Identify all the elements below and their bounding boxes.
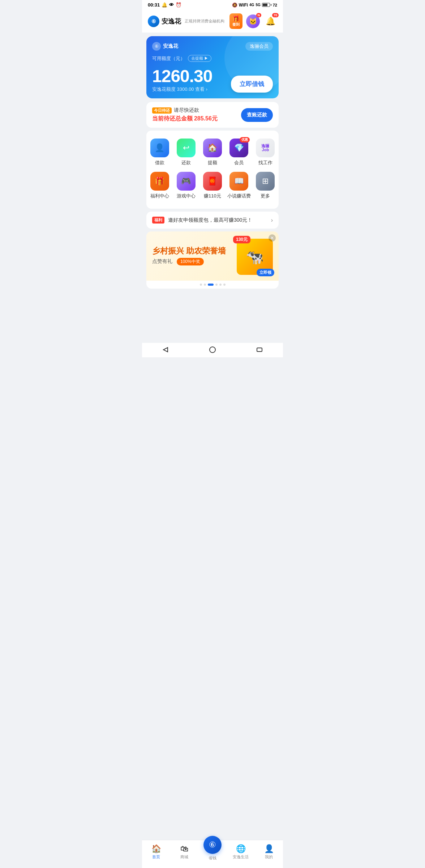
- more-icon: ⊞: [256, 172, 275, 191]
- novel-label: 小说赚话费: [227, 193, 251, 199]
- ad-dots: [146, 281, 279, 289]
- card-logo-text: 安逸花: [163, 43, 178, 50]
- sys-home-button[interactable]: [209, 346, 216, 354]
- notification-badge: 70: [272, 13, 279, 17]
- system-nav-bar: [142, 343, 283, 357]
- mute-icon: 🔕: [232, 3, 237, 8]
- menu-item-member[interactable]: 💎 优惠 会员: [226, 136, 252, 168]
- member-icon: 💎 优惠: [229, 139, 248, 157]
- welfare-label: 福利中心: [150, 193, 169, 199]
- status-indicators: 🔕 WiFi 4G 5G 72: [232, 3, 277, 8]
- dot-4: [215, 284, 218, 286]
- due-amount: 当前待还总金额 285.56元: [152, 115, 218, 123]
- app-logo-icon: ⑥: [148, 16, 159, 27]
- credit-detail[interactable]: 安逸花额度 3300.00 查看 ›: [152, 86, 212, 93]
- due-title: 今日待还 请尽快还款: [152, 107, 218, 114]
- member-tab[interactable]: 逸骊会员: [245, 42, 273, 51]
- signal-5g-icon: 5G: [256, 3, 260, 7]
- borrow-label: 借款: [155, 159, 164, 166]
- ad-collect-button[interactable]: 立即领: [257, 269, 274, 276]
- game-icon: 🎮: [177, 172, 196, 191]
- welfare-icon: 🎁: [150, 172, 169, 191]
- svg-point-1: [210, 347, 215, 353]
- credit-amount: 1260.30: [152, 66, 212, 86]
- sys-back-button[interactable]: [162, 346, 169, 354]
- grid-menu: 👤 借款 ↩ 还款 🏠 提额 💎 优惠: [146, 131, 279, 209]
- increase-icon: 🏠: [203, 139, 222, 157]
- earn-icon: 🧧: [203, 172, 222, 191]
- invite-tag: 福利: [152, 217, 164, 224]
- credit-label: 可用额度（元） 去提额 ▶: [152, 55, 273, 62]
- increase-credit-button[interactable]: 去提额 ▶: [188, 55, 211, 62]
- invite-banner[interactable]: 福利 邀好友申领额度包，最高可赚300元！ ›: [146, 212, 279, 229]
- ad-banner: 乡村振兴 助农荣誉墙 点赞有礼 100%中奖 🐄 130元 立即领 ✕: [146, 231, 279, 289]
- menu-item-welfare[interactable]: 🎁 福利中心: [146, 170, 173, 201]
- credit-card: ⑥ 安逸花 逸骊会员 可用额度（元） 去提额 ▶ 1260.30 安逸花额度 3…: [146, 36, 279, 98]
- cat-icon: 🐱: [249, 17, 257, 25]
- menu-item-repay[interactable]: ↩ 还款: [173, 136, 199, 168]
- repay-icon: ↩: [177, 139, 196, 157]
- ad-content: 乡村振兴 助农荣誉墙 点赞有礼 100%中奖 🐄 130元 立即领 ✕: [146, 231, 279, 281]
- eye-status-icon: 👁: [169, 2, 174, 8]
- dot-6: [223, 284, 226, 286]
- member-label: 会员: [234, 159, 244, 166]
- svg-rect-2: [257, 348, 262, 352]
- job-icon: 逸骊Job: [256, 139, 275, 157]
- check-repayment-button[interactable]: 查账还款: [241, 108, 273, 122]
- status-bar: 00:31 🔔 👁 ⏰ 🔕 WiFi 4G 5G 72: [142, 0, 283, 10]
- battery: 72: [262, 3, 277, 7]
- menu-item-more[interactable]: ⊞ 更多: [252, 170, 279, 201]
- ad-subtitle: 点赞有礼 100%中奖: [152, 258, 226, 265]
- sys-recents-button[interactable]: [256, 346, 263, 354]
- ad-text: 乡村振兴 助农荣誉墙 点赞有礼 100%中奖: [152, 246, 226, 268]
- svg-marker-0: [163, 348, 168, 352]
- game-label: 游戏中心: [177, 193, 196, 199]
- novel-icon: 📖: [229, 172, 248, 191]
- menu-item-borrow[interactable]: 👤 借款: [146, 136, 173, 168]
- ad-close-button[interactable]: ✕: [269, 234, 276, 242]
- card-bottom: 1260.30 安逸花额度 3300.00 查看 › 立即借钱: [152, 65, 273, 93]
- cat-mascot-button[interactable]: 🐱 N: [246, 14, 260, 28]
- menu-item-job[interactable]: 逸骊Job 找工作: [252, 136, 279, 168]
- signal-4g-icon: 4G: [249, 3, 254, 7]
- dot-5: [219, 284, 222, 286]
- earn-label: 赚110元: [204, 193, 221, 199]
- sign-in-button[interactable]: 🎁 签到: [229, 13, 242, 29]
- ad-title: 乡村振兴 助农荣誉墙: [152, 246, 226, 256]
- dot-1: [200, 284, 202, 286]
- due-subtitle: 请尽快还款: [174, 107, 199, 114]
- menu-item-novel[interactable]: 📖 小说赚话费: [226, 170, 252, 201]
- ad-image: 🐄 130元 立即领: [237, 239, 273, 275]
- menu-item-game[interactable]: 🎮 游戏中心: [173, 170, 199, 201]
- menu-item-increase[interactable]: 🏠 提额: [199, 136, 226, 168]
- header-logo: ⑥ 安逸花 正规持牌消费金融机构: [148, 16, 224, 27]
- wifi-icon: WiFi: [239, 3, 248, 8]
- member-badge: 优惠: [240, 137, 250, 142]
- menu-item-earn[interactable]: 🧧 赚110元: [199, 170, 226, 201]
- ad-badge: 100%中奖: [177, 258, 204, 265]
- notification-button[interactable]: 🔔 70: [263, 14, 277, 28]
- content-area: ⑥ 安逸花 逸骊会员 可用额度（元） 去提额 ▶ 1260.30 安逸花额度 3…: [142, 36, 283, 318]
- due-info: 今日待还 请尽快还款 当前待还总金额 285.56元: [152, 107, 218, 123]
- invite-arrow-icon: ›: [271, 217, 273, 224]
- header-actions: 🎁 签到 🐱 N 🔔 70: [229, 13, 277, 29]
- grid-row-1: 👤 借款 ↩ 还款 🏠 提额 💎 优惠: [146, 136, 279, 168]
- due-card: 今日待还 请尽快还款 当前待还总金额 285.56元 查账还款: [146, 102, 279, 128]
- cat-badge: N: [256, 13, 262, 17]
- due-tag: 今日待还: [152, 107, 172, 114]
- more-label: 更多: [261, 193, 270, 199]
- job-label: 找工作: [258, 159, 272, 166]
- invite-text: 邀好友申领额度包，最高可赚300元！: [168, 217, 252, 224]
- card-logo-icon: ⑥: [152, 42, 161, 51]
- grid-row-2: 🎁 福利中心 🎮 游戏中心 🧧 赚110元 📖 小说赚话费: [146, 170, 279, 201]
- app-header: ⑥ 安逸花 正规持牌消费金融机构 🎁 签到 🐱 N 🔔 70: [142, 10, 283, 33]
- bell-status-icon: 🔔: [162, 2, 167, 8]
- ad-amount: 130元: [233, 236, 250, 243]
- app-name: 安逸花: [162, 17, 181, 26]
- card-top: ⑥ 安逸花 逸骊会员: [152, 42, 273, 51]
- card-logo: ⑥ 安逸花: [152, 42, 178, 51]
- borrow-icon: 👤: [150, 139, 169, 157]
- alarm-status-icon: ⏰: [176, 2, 181, 8]
- borrow-button[interactable]: 立即借钱: [231, 76, 273, 93]
- dot-3-active: [208, 284, 214, 286]
